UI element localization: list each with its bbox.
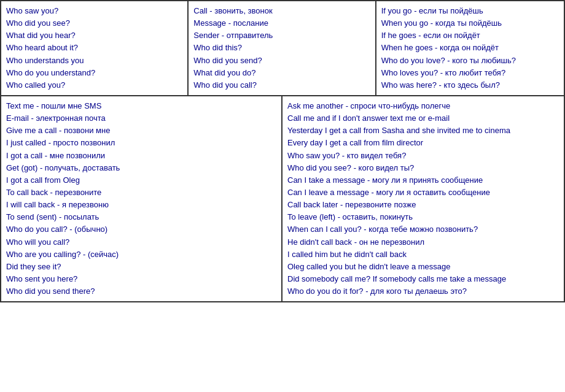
text-line: Who loves you? - кто любит тебя? [381, 67, 559, 79]
text-line: Who do you understand? [6, 67, 182, 79]
text-line: When he goes - когда он пойдёт [381, 42, 559, 54]
text-line: Who will you call? [6, 236, 276, 248]
text-line: When you go - когда ты пойдёшь [381, 17, 559, 29]
text-line: Who did you see? [6, 17, 182, 29]
bottom-row: Text me - пошли мне SMSE-mail - электрон… [1, 96, 564, 301]
text-line: Who understands you [6, 55, 182, 67]
text-line: I got a call from Oleg [6, 174, 276, 186]
text-line: Did they see it? [6, 261, 276, 273]
text-line: Who did you call? [193, 79, 370, 91]
text-line: Get (got) - получать, доставать [6, 162, 276, 174]
text-line: Did somebody call me? If somebody calls … [287, 273, 559, 285]
text-line: Who sent you here? [6, 273, 276, 285]
text-line: Who did you send? [193, 55, 370, 67]
top-col3: If you go - если ты пойдёшьWhen you go -… [376, 1, 564, 95]
text-line: Who do you call? - (обычно) [6, 223, 276, 236]
text-line: Who saw you? [6, 5, 182, 17]
text-line: Message - послание [193, 17, 370, 29]
bottom-col2: Ask me another - спроси что-нибудь полег… [282, 96, 564, 301]
text-line: I just called - просто позвонил [6, 137, 276, 149]
text-line: Who did you send there? [6, 285, 276, 298]
text-line: Who was here? - кто здесь был? [381, 79, 559, 91]
text-line: When can I call you? - когда тебе можно … [287, 223, 559, 236]
text-line: He didn't call back - он не перезвонил [287, 236, 559, 248]
top-col1: Who saw you?Who did you see?What did you… [1, 1, 189, 95]
text-line: Can I take a message - могу ли я принять… [287, 174, 559, 186]
text-line: Call back later - перезвоните позже [287, 199, 559, 211]
text-line: To send (sent) - посылать [6, 211, 276, 223]
text-line: To call back - перезвоните [6, 186, 276, 199]
text-line: I called him but he didn't call back [287, 248, 559, 261]
text-line: What did you hear? [6, 29, 182, 42]
text-line: Who called you? [6, 79, 182, 91]
text-line: Who heard about it? [6, 42, 182, 54]
text-line: Who do you do it for? - для кого ты дела… [287, 285, 559, 298]
text-line: Ask me another - спроси что-нибудь полег… [287, 100, 559, 112]
text-line: Who saw you? - кто видел тебя? [287, 150, 559, 162]
bottom-col1: Text me - пошли мне SMSE-mail - электрон… [1, 96, 282, 301]
text-line: Who did you see? - кого видел ты? [287, 162, 559, 174]
text-line: Give me a call - позвони мне [6, 125, 276, 137]
text-line: If you go - если ты пойдёшь [381, 5, 559, 17]
text-line: Who did this? [193, 42, 370, 54]
top-col2: Call - звонить, звонокMessage - послание… [189, 1, 376, 95]
text-line: I will call back - я перезвоню [6, 199, 276, 211]
text-line: I got a call - мне позвонили [6, 150, 276, 162]
text-line: Who do you love? - кого ты любишь? [381, 55, 559, 67]
text-line: To leave (left) - оставить, покинуть [287, 211, 559, 223]
text-line: Oleg called you but he didn't leave a me… [287, 261, 559, 273]
text-line: Yesterday I get a call from Sasha and sh… [287, 125, 559, 137]
text-line: If he goes - если он пойдёт [381, 29, 559, 42]
text-line: What did you do? [193, 67, 370, 79]
text-line: Every day I get a call from film directo… [287, 137, 559, 149]
text-line: Call me and if I don't answer text me or… [287, 112, 559, 125]
top-row: Who saw you?Who did you see?What did you… [1, 1, 564, 96]
text-line: E-mail - электронная почта [6, 112, 276, 125]
text-line: Who are you calling? - (сейчас) [6, 248, 276, 261]
main-container: Who saw you?Who did you see?What did you… [0, 0, 565, 302]
text-line: Call - звонить, звонок [193, 5, 370, 17]
text-line: Sender - отправитель [193, 29, 370, 42]
text-line: Can I leave a message - могу ли я остави… [287, 186, 559, 199]
text-line: Text me - пошли мне SMS [6, 100, 276, 112]
